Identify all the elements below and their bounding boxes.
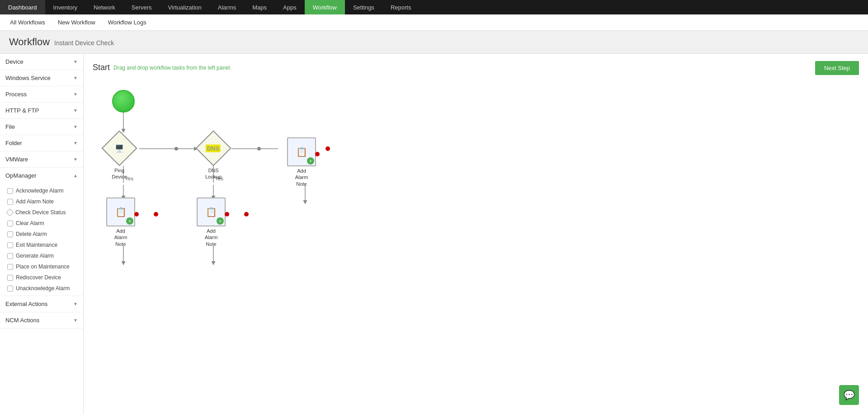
- sidebar-file-label: File: [5, 123, 15, 130]
- canvas-area: Next Step Start Drag and drop workflow t…: [84, 54, 868, 414]
- sidebar-section-windows-service: Windows Service ▼: [0, 70, 83, 86]
- plus-badge-top: +: [307, 157, 314, 165]
- svg-point-5: [257, 147, 261, 151]
- nav-settings[interactable]: Settings: [345, 0, 382, 14]
- next-step-button[interactable]: Next Step: [815, 61, 859, 75]
- ping-device-label: PingDevice: [112, 167, 127, 180]
- nav-alarms[interactable]: Alarms: [210, 0, 244, 14]
- workflow-connectors: Yes Yes: [97, 85, 459, 311]
- sidebar-section-file: File ▼: [0, 119, 83, 135]
- sidebar-header-ncm-actions[interactable]: NCM Actions ▼: [0, 312, 83, 328]
- sidebar-header-external-actions[interactable]: External Actions ▼: [0, 296, 83, 312]
- sidebar-header-folder[interactable]: Folder ▼: [0, 135, 83, 151]
- start-circle: [112, 90, 135, 113]
- chevron-down-icon-vm: ▼: [73, 157, 78, 162]
- chevron-down-icon-proc: ▼: [73, 92, 78, 97]
- sidebar-header-process[interactable]: Process ▼: [0, 86, 83, 102]
- nav-workflow[interactable]: Workflow: [305, 0, 345, 14]
- add-alarm-note-middle-box: 📋 +: [197, 198, 226, 226]
- svg-point-8: [326, 146, 330, 151]
- nav-servers[interactable]: Servers: [123, 0, 160, 14]
- sub-nav: All Workflows New Workflow Workflow Logs: [0, 14, 868, 31]
- checkbox-add-alarm-note[interactable]: [7, 199, 13, 205]
- sidebar-section-http-ftp: HTTP & FTP ▼: [0, 103, 83, 119]
- unacknowledge-alarm-label: Unacknowledge Alarm: [16, 285, 70, 292]
- sidebar-header-opmanager[interactable]: OpManager ▲: [0, 168, 83, 183]
- svg-point-17: [244, 212, 249, 216]
- add-alarm-note-top-node[interactable]: 📋 + AddAlarmNote: [287, 137, 316, 187]
- sidebar-opmanager-label: OpManager: [5, 172, 37, 179]
- clear-alarm-label: Clear Alarm: [16, 220, 44, 226]
- sidebar-section-folder: Folder ▼: [0, 135, 83, 151]
- checkbox-unacknowledge[interactable]: [7, 286, 13, 292]
- sidebar-header-file[interactable]: File ▼: [0, 119, 83, 135]
- sidebar-item-exit-maintenance[interactable]: Exit Maintenance: [0, 240, 83, 250]
- add-alarm-note-left-box: 📋 +: [106, 198, 135, 226]
- top-nav: Dashboard Inventory Network Servers Virt…: [0, 0, 868, 14]
- sidebar-section-vmware: VMWare ▼: [0, 151, 83, 168]
- subnav-all-workflows[interactable]: All Workflows: [4, 14, 52, 30]
- dns-lookup-node[interactable]: DNS DNSLookup: [196, 131, 231, 180]
- add-alarm-note-middle-node[interactable]: 📋 + AddAlarmNote: [197, 198, 226, 247]
- chevron-down-icon-folder: ▼: [73, 141, 78, 146]
- chevron-down-icon-ws: ▼: [73, 75, 78, 80]
- nav-dashboard[interactable]: Dashboard: [0, 0, 45, 14]
- workflow-diagram: Yes Yes: [97, 85, 459, 311]
- chevron-down-icon-file: ▼: [73, 124, 78, 129]
- sidebar-section-external-actions: External Actions ▼: [0, 296, 83, 312]
- sidebar-header-device[interactable]: Device ▼: [0, 54, 83, 70]
- red-dot-top-right: [315, 152, 320, 156]
- generate-alarm-label: Generate Alarm: [16, 253, 54, 259]
- nav-inventory[interactable]: Inventory: [45, 0, 85, 14]
- main-layout: Device ▼ Windows Service ▼ Process ▼ HTT…: [0, 54, 868, 414]
- sidebar-item-unacknowledge-alarm[interactable]: Unacknowledge Alarm: [0, 283, 83, 294]
- exit-maintenance-label: Exit Maintenance: [16, 242, 57, 248]
- dns-lookup-label: DNSLookup: [205, 167, 222, 180]
- subnav-new-workflow[interactable]: New Workflow: [52, 14, 102, 30]
- nav-network[interactable]: Network: [85, 0, 123, 14]
- nav-virtualization[interactable]: Virtualization: [160, 0, 210, 14]
- checkbox-exit-maintenance[interactable]: [7, 242, 13, 248]
- alarm-note-icon-top: 📋: [296, 146, 307, 157]
- chevron-down-icon-ncm: ▼: [73, 318, 78, 323]
- nav-reports[interactable]: Reports: [382, 0, 420, 14]
- add-alarm-note-left-node[interactable]: 📋 + AddAlarmNote: [106, 198, 135, 247]
- sidebar-item-place-on-maintenance[interactable]: Place on Maintenance: [0, 261, 83, 272]
- nav-maps[interactable]: Maps: [244, 0, 275, 14]
- sidebar-header-http-ftp[interactable]: HTTP & FTP ▼: [0, 103, 83, 118]
- sidebar-item-check-device-status[interactable]: Check Device Status: [0, 207, 83, 218]
- canvas-start-row: Start Drag and drop workflow tasks from …: [93, 63, 231, 72]
- plus-badge-middle: +: [217, 217, 224, 225]
- chevron-down-icon: ▼: [73, 59, 78, 64]
- sidebar-item-delete-alarm[interactable]: Delete Alarm: [0, 229, 83, 240]
- checkbox-rediscover[interactable]: [7, 275, 13, 281]
- checkbox-clear-alarm[interactable]: [7, 221, 13, 226]
- sidebar-process-label: Process: [5, 91, 27, 98]
- checkbox-place-maintenance[interactable]: [7, 264, 13, 270]
- alarm-note-icon-middle: 📋: [206, 207, 217, 217]
- subnav-workflow-logs[interactable]: Workflow Logs: [102, 14, 153, 30]
- checkbox-acknowledge[interactable]: [7, 188, 13, 194]
- sidebar-item-acknowledge-alarm[interactable]: Acknowledge Alarm: [0, 185, 83, 196]
- red-dot-left-right: [134, 212, 139, 216]
- sidebar-windows-service-label: Windows Service: [5, 75, 51, 81]
- chevron-down-icon-http: ▼: [73, 108, 78, 113]
- page-header: Workflow Instant Device Check: [0, 31, 868, 54]
- sidebar-header-windows-service[interactable]: Windows Service ▼: [0, 70, 83, 86]
- sidebar-device-label: Device: [5, 58, 24, 65]
- nav-apps[interactable]: Apps: [275, 0, 305, 14]
- chat-button[interactable]: 💬: [839, 385, 859, 405]
- chevron-down-icon-ext: ▼: [73, 301, 78, 306]
- svg-point-2: [175, 147, 178, 151]
- plus-badge-left: +: [126, 217, 133, 225]
- sidebar-item-add-alarm-note[interactable]: Add Alarm Note: [0, 196, 83, 207]
- sidebar-header-vmware[interactable]: VMWare ▼: [0, 151, 83, 167]
- add-alarm-note-left-label: AddAlarmNote: [114, 228, 127, 247]
- diamond-check-device: [6, 209, 14, 216]
- sidebar-item-clear-alarm[interactable]: Clear Alarm: [0, 218, 83, 229]
- sidebar-item-generate-alarm[interactable]: Generate Alarm: [0, 250, 83, 261]
- checkbox-delete-alarm[interactable]: [7, 231, 13, 237]
- ping-device-node[interactable]: 🖥️ PingDevice: [102, 131, 137, 180]
- checkbox-generate-alarm[interactable]: [7, 253, 13, 259]
- sidebar-item-rediscover-device[interactable]: Rediscover Device: [0, 272, 83, 283]
